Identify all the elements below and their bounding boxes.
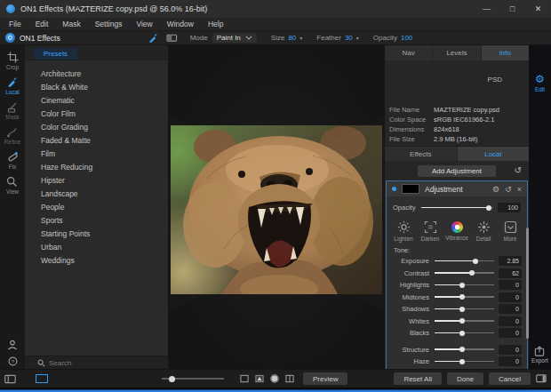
cancel-button[interactable]: Cancel (489, 372, 531, 385)
slider-track[interactable] (435, 316, 494, 327)
maximize-button[interactable]: □ (499, 0, 525, 18)
zoom-slider-handle[interactable] (169, 376, 175, 382)
slider-value[interactable]: 0 (499, 316, 522, 326)
feather-value[interactable]: 30 (345, 34, 353, 42)
preset-category[interactable]: Sports (25, 213, 168, 227)
canvas[interactable] (169, 45, 384, 369)
menu-window[interactable]: Window (160, 18, 201, 31)
tool-fix[interactable]: Fix (7, 151, 19, 170)
zoom-slider[interactable] (162, 378, 224, 380)
preset-category[interactable]: Urban (25, 240, 168, 253)
slider-handle[interactable] (459, 283, 465, 288)
slider-handle[interactable] (459, 347, 465, 352)
menu-settings[interactable]: Settings (88, 18, 130, 31)
preset-category[interactable]: Haze Reducing (25, 160, 168, 173)
opacity-slider-track[interactable] (421, 202, 493, 213)
slider-value[interactable]: 0 (499, 356, 522, 366)
preset-category[interactable]: Architecture (25, 67, 168, 80)
menu-help[interactable]: Help (201, 18, 230, 31)
preset-category[interactable]: Landscape (25, 187, 168, 200)
tool-crop[interactable]: Crop (6, 52, 19, 70)
browse-panel-toggle-icon[interactable] (4, 374, 16, 384)
slider-track[interactable] (435, 303, 494, 315)
reset-all-button[interactable]: Reset All (394, 372, 442, 385)
menu-view[interactable]: View (129, 18, 159, 31)
panel-scrollbar[interactable] (526, 228, 529, 339)
slider-value[interactable]: 2.85 (499, 256, 522, 266)
slider-handle[interactable] (473, 259, 478, 264)
photo-bear[interactable] (171, 125, 382, 294)
quick-tool-vibrance[interactable]: Vibrance (443, 220, 470, 242)
slider-value[interactable]: 62 (499, 268, 522, 278)
adjustment-header[interactable]: Adjustment ⚙ ↺ × (387, 181, 527, 196)
preset-category[interactable]: Hipster (25, 173, 168, 187)
tool-local[interactable]: Local (5, 76, 20, 95)
tool-refine[interactable]: Refine (4, 126, 21, 145)
tab-levels[interactable]: Levels (433, 45, 481, 60)
mask-thumbnail[interactable] (402, 184, 419, 194)
slider-handle[interactable] (459, 307, 465, 312)
preset-category[interactable]: Color Film (25, 107, 168, 120)
mode-dropdown[interactable]: Paint In (212, 33, 257, 43)
tool-mask[interactable]: Mask (5, 101, 20, 120)
slider-value[interactable]: 0 (499, 328, 522, 338)
edit-module[interactable]: ⚙ Edit (535, 74, 545, 92)
navigator-thumbnail-icon[interactable] (36, 374, 48, 383)
preset-category[interactable]: Starting Points (25, 227, 168, 240)
slider-track[interactable] (435, 292, 494, 303)
slider-track[interactable] (435, 279, 494, 291)
tool-view[interactable]: View (6, 176, 19, 195)
preset-category[interactable]: Cinematic (25, 93, 168, 107)
slider-track[interactable] (435, 356, 494, 367)
tab-nav[interactable]: Nav (385, 45, 433, 60)
opacity-value[interactable]: 100 (401, 34, 412, 42)
export-module[interactable]: Export (531, 346, 548, 364)
slider-track[interactable] (435, 268, 494, 279)
minimize-button[interactable]: — (474, 0, 499, 18)
slider-track[interactable] (435, 255, 494, 267)
quick-tool-darken[interactable]: Darken (417, 220, 443, 242)
preset-category[interactable]: People (25, 200, 168, 213)
slider-handle[interactable] (459, 318, 465, 324)
brush-icon[interactable] (148, 33, 158, 44)
adjustment-enabled-dot[interactable] (392, 187, 396, 191)
quick-tool-detail[interactable]: Detail (470, 220, 497, 242)
tab-effects[interactable]: Effects (385, 147, 458, 161)
panel-toggle-icon[interactable] (536, 374, 547, 383)
feather-dropdown-icon[interactable]: ▾ (356, 35, 359, 41)
mask-view-icon[interactable] (166, 33, 178, 43)
slider-track[interactable] (435, 327, 494, 339)
help-icon[interactable]: ? (8, 356, 18, 366)
clipping-warning-icon[interactable] (255, 374, 264, 383)
tab-local[interactable]: Local (458, 147, 530, 161)
mask-overlay-icon[interactable] (270, 374, 279, 383)
tab-info[interactable]: Info (482, 45, 529, 60)
reset-adjustments-icon[interactable]: ↺ (515, 166, 522, 175)
done-button[interactable]: Done (447, 372, 483, 385)
slider-handle[interactable] (469, 270, 475, 276)
slider-handle[interactable] (459, 359, 465, 364)
menu-mask[interactable]: Mask (55, 18, 87, 31)
slider-value[interactable]: 0 (499, 292, 522, 302)
adjustment-reset-icon[interactable]: ↺ (505, 185, 512, 194)
preset-category[interactable]: Weddings (25, 253, 168, 267)
menu-file[interactable]: File (2, 18, 28, 31)
preset-category[interactable]: Color Grading (25, 120, 168, 133)
adjustment-close-icon[interactable]: × (517, 185, 522, 194)
quick-tool-lighten[interactable]: Lighten (390, 220, 417, 242)
close-button[interactable]: ✕ (525, 0, 551, 18)
slider-value[interactable]: 0 (499, 304, 522, 314)
preset-category[interactable]: Faded & Matte (25, 133, 168, 147)
slider-handle[interactable] (459, 294, 465, 300)
add-adjustment-button[interactable]: Add Adjustment (418, 165, 496, 177)
account-icon[interactable] (7, 340, 18, 350)
adjustment-settings-icon[interactable]: ⚙ (492, 185, 499, 194)
preset-category[interactable]: Black & White (25, 80, 168, 93)
preview-button[interactable]: Preview (303, 372, 347, 385)
quick-tool-more[interactable]: More (497, 220, 523, 242)
opacity-slider-value[interactable]: 100 (498, 203, 521, 212)
slider-handle[interactable] (459, 331, 465, 336)
slider-value[interactable]: 0 (499, 345, 522, 355)
opacity-slider-handle[interactable] (486, 205, 491, 211)
slider-value[interactable]: 0 (499, 280, 522, 290)
